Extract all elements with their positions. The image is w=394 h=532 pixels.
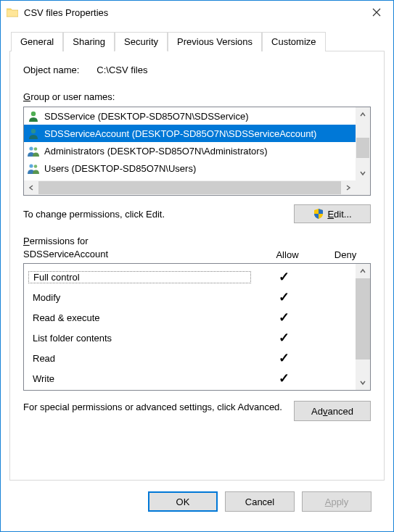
- users-vertical-scrollbar[interactable]: [356, 107, 370, 180]
- edit-hint-text: To change permissions, click Edit.: [23, 209, 294, 220]
- users-listbox-inner: SDSService (DESKTOP-SD85O7N\SDSService) …: [24, 107, 356, 180]
- tab-customize[interactable]: Customize: [262, 32, 325, 51]
- deny-column-header: Deny: [320, 249, 371, 260]
- user-item-label: Users (DESKTOP-SD85O7N\Users): [44, 163, 196, 174]
- scroll-thumb[interactable]: [356, 278, 370, 359]
- permission-row-write[interactable]: Write ✓: [28, 368, 351, 388]
- window-title: CSV files Properties: [24, 7, 360, 18]
- advanced-hint-text: For special permissions or advanced sett…: [23, 401, 285, 421]
- titlebar: CSV files Properties: [1, 1, 393, 24]
- permission-name: Write: [28, 373, 251, 384]
- permissions-header: Permissions for SDSServiceAccount Allow …: [23, 235, 371, 260]
- scroll-thumb[interactable]: [356, 138, 369, 158]
- user-item-sdsservice[interactable]: SDSService (DESKTOP-SD85O7N\SDSService): [24, 107, 356, 125]
- scroll-up-icon[interactable]: [356, 264, 370, 278]
- svg-point-1: [31, 129, 36, 133]
- permission-name: List folder contents: [28, 333, 251, 344]
- scroll-corner: [356, 180, 370, 195]
- tab-security[interactable]: Security: [115, 32, 168, 51]
- scroll-up-icon[interactable]: [356, 107, 370, 122]
- allow-checkmark-icon: ✓: [251, 269, 316, 285]
- svg-point-5: [34, 165, 38, 168]
- permissions-vertical-scrollbar[interactable]: [356, 264, 370, 390]
- group-icon: [27, 162, 40, 175]
- dialog-body: General Sharing Security Previous Versio…: [1, 24, 393, 531]
- permission-name: Read: [28, 353, 251, 364]
- permission-row-read-execute[interactable]: Read & execute ✓: [28, 307, 351, 328]
- group-icon: [27, 144, 40, 157]
- user-icon: [27, 109, 40, 122]
- allow-checkmark-icon: ✓: [251, 309, 316, 325]
- user-item-label: SDSService (DESKTOP-SD85O7N\SDSService): [44, 111, 249, 122]
- close-button[interactable]: [360, 1, 393, 24]
- allow-column-header: Allow: [255, 249, 320, 260]
- user-item-label: SDSServiceAccount (DESKTOP-SD85O7N\SDSSe…: [44, 128, 316, 139]
- security-pane: Object name: C:\CSV files Group or user …: [9, 51, 385, 481]
- svg-point-4: [29, 164, 33, 167]
- users-listbox[interactable]: SDSService (DESKTOP-SD85O7N\SDSService) …: [23, 107, 371, 196]
- dialog-button-row: OK Cancel Apply: [9, 481, 385, 523]
- permission-row-modify[interactable]: Modify ✓: [28, 287, 351, 307]
- tab-previous-versions[interactable]: Previous Versions: [168, 32, 262, 51]
- tab-sharing[interactable]: Sharing: [63, 32, 115, 51]
- permission-row-list-contents[interactable]: List folder contents ✓: [28, 328, 351, 348]
- scroll-thumb[interactable]: [38, 181, 341, 194]
- scroll-right-icon[interactable]: [341, 180, 356, 195]
- allow-checkmark-icon: ✓: [251, 330, 316, 346]
- permissions-listbox[interactable]: Full control ✓ Modify ✓ Read & execute ✓: [23, 263, 371, 391]
- permission-name: Full control: [28, 271, 251, 283]
- permission-name: Read & execute: [28, 312, 251, 323]
- edit-button[interactable]: Edit...: [294, 204, 371, 223]
- allow-checkmark-icon: ✓: [251, 370, 316, 386]
- apply-button: Apply: [302, 491, 372, 512]
- permissions-for-label: Permissions for SDSServiceAccount: [23, 235, 255, 260]
- user-item-label: Administrators (DESKTOP-SD85O7N\Administ…: [44, 146, 268, 157]
- allow-checkmark-icon: ✓: [251, 350, 316, 366]
- scroll-down-icon[interactable]: [356, 375, 370, 390]
- properties-dialog: CSV files Properties General Sharing Sec…: [0, 0, 394, 532]
- user-item-sdsserviceaccount[interactable]: SDSServiceAccount (DESKTOP-SD85O7N\SDSSe…: [24, 125, 356, 142]
- user-icon: [27, 127, 40, 140]
- tab-general[interactable]: General: [11, 32, 63, 51]
- svg-point-0: [31, 112, 36, 116]
- user-item-administrators[interactable]: Administrators (DESKTOP-SD85O7N\Administ…: [24, 142, 356, 159]
- scroll-left-icon[interactable]: [24, 180, 38, 195]
- uac-shield-icon: [313, 208, 324, 220]
- permission-name: Modify: [28, 292, 251, 303]
- users-horizontal-scrollbar[interactable]: [24, 180, 356, 195]
- advanced-button[interactable]: Advanced: [294, 401, 371, 421]
- advanced-hint-row: For special permissions or advanced sett…: [23, 401, 371, 421]
- ok-button[interactable]: OK: [148, 491, 218, 512]
- object-name-label: Object name:: [23, 65, 79, 75]
- svg-point-3: [34, 147, 38, 151]
- scroll-down-icon[interactable]: [356, 166, 370, 180]
- svg-point-2: [29, 146, 33, 150]
- object-name-value: C:\CSV files: [97, 65, 147, 75]
- permission-row-read[interactable]: Read ✓: [28, 348, 351, 368]
- allow-checkmark-icon: ✓: [251, 289, 316, 305]
- user-item-users[interactable]: Users (DESKTOP-SD85O7N\Users): [24, 159, 356, 177]
- object-name-row: Object name: C:\CSV files: [23, 65, 371, 75]
- cancel-button[interactable]: Cancel: [225, 491, 295, 512]
- folder-icon: [7, 7, 18, 17]
- edit-hint-row: To change permissions, click Edit. Edit.…: [23, 204, 371, 223]
- tab-strip: General Sharing Security Previous Versio…: [9, 32, 385, 51]
- permission-row-full-control[interactable]: Full control ✓: [28, 267, 351, 287]
- groups-label: Group or user names:: [23, 91, 371, 102]
